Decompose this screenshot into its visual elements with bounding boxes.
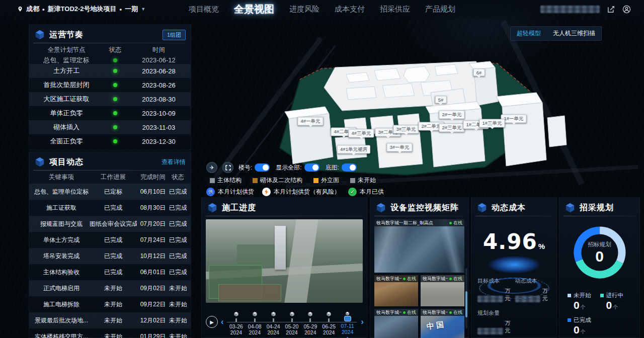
nav-tab[interactable]: 成本支付 (335, 5, 365, 14)
legend-label: 未开始 (574, 292, 591, 299)
camera-main[interactable]: 牧马数字城一期二标_制高点 在线 (374, 219, 464, 273)
key-item: 施工证获取 (33, 204, 90, 212)
fullscreen-icon[interactable] (222, 162, 233, 173)
table-row[interactable]: 正式电梯启用 未开始 09月02日 未开始 (29, 280, 191, 296)
panel-title: 运营节奏 (49, 30, 84, 40)
map-toggle: 楼号: (238, 163, 270, 172)
procurement-panel: 招采规划 招标规划 0 未开始 0个 进行中 (559, 197, 640, 338)
plan-date: 2023-11-03 (131, 124, 187, 131)
nav-tab[interactable]: 项目概览 (189, 5, 219, 14)
building-label[interactable]: 5# (435, 96, 447, 104)
drone-scan-button[interactable]: 无人机三维扫描 (547, 27, 601, 40)
legend-swatch (568, 318, 571, 322)
building-label[interactable]: 4#三单元 (348, 129, 374, 138)
camera-grid: 牧马数字城一... 在线 牧马数字城一... 在线 牧马数字城一... (374, 275, 464, 338)
finish-date: 01月29日 (137, 332, 169, 338)
group-badge[interactable]: 1组团 (163, 30, 186, 40)
camera-thumbnail[interactable]: 牧马数字城一... 在线 中国 (421, 309, 464, 338)
timeline-stop[interactable]: 05-292024 ▲ (301, 307, 319, 338)
panel-title: 项目动态 (49, 157, 84, 167)
project-selector[interactable]: 成都 • 新津TOD2-2号地块项目 • 一期 ▼ (17, 5, 145, 14)
building-label[interactable]: 6# (473, 69, 485, 76)
table-row[interactable]: 报规蓝图与交底 图纸会审会议完成 07月20日 已完成 (29, 216, 191, 232)
table-row[interactable]: 施工证获取 已完成 08月30日 已完成 (29, 200, 191, 216)
toggle-switch[interactable] (342, 163, 357, 172)
status-dot-green (113, 125, 117, 129)
edit-icon[interactable] (607, 5, 615, 14)
timeline-stop[interactable]: 05-202024 ▲ (283, 307, 301, 338)
top-bar: 成都 • 新津TOD2-2号地块项目 • 一期 ▼ 项目概览全景视图进度风险成本… (0, 0, 644, 18)
timeline-stop[interactable]: 04-082024 ▲ (246, 307, 264, 338)
building-label[interactable]: 4#一单元 (297, 117, 323, 126)
scrollbar-thumb[interactable] (465, 291, 467, 317)
user-icon[interactable] (622, 5, 631, 14)
procurement-legend-item: 未开始 0个 (568, 292, 600, 311)
table-row[interactable]: 总包、监理单位定标 已定标 06月10日 已完成 (29, 184, 191, 200)
table-row[interactable]: 景观最后批次场地... 未开始 12月02日 未开始 (29, 312, 191, 328)
fly-mode-icon[interactable]: ✈ (206, 162, 217, 173)
table-row[interactable]: 首批次垫层封闭 2023-08-26 (29, 78, 191, 92)
finish-date: 06月01日 (137, 268, 169, 277)
camera-thumbnail[interactable]: 牧马数字城一... 在线 (374, 275, 418, 306)
timeline-stop[interactable]: 03-262024 ▲ (227, 307, 246, 338)
view-details-link[interactable]: 查看详情 (162, 158, 186, 166)
timeline-stop[interactable]: 04-242024 ▲ (264, 307, 283, 338)
table-row[interactable]: 总包、监理定标 2023-06-12 (29, 56, 191, 64)
timeline-date: 05-202024 (285, 323, 299, 335)
progress-aerial-video[interactable] (206, 219, 363, 303)
table-row[interactable]: 实体楼栋移交甲方... 未开始 01月29日 未开始 (29, 328, 191, 338)
status-dot-green (113, 58, 117, 62)
table-row[interactable]: 施工电梯拆除 未开始 09月22日 未开始 (29, 296, 191, 312)
status-dot-green (113, 83, 117, 87)
timeline-next-icon[interactable]: › (361, 317, 364, 327)
play-button[interactable]: ▶ (206, 316, 218, 328)
building-label[interactable]: 1#三单元 (479, 119, 505, 128)
table-row[interactable]: 砌体插入 2023-11-03 (29, 120, 191, 134)
camera-name: 牧马数字城一... (423, 309, 448, 316)
timeline-stop[interactable]: 06-252024 ▲ (319, 307, 338, 338)
timeline-date: 06-252024 (322, 323, 336, 335)
nav-tab[interactable]: 进度风险 (289, 5, 319, 14)
site-3d-view[interactable]: 6#5#2#一单元1#一单元4#一单元4#二单元4#三单元3#二单元3#三单元2… (195, 18, 644, 197)
building-label[interactable]: 2#一单元 (439, 111, 464, 119)
building-label[interactable]: 2#三单元 (439, 124, 464, 132)
procurement-donut-chart[interactable]: 招标规划 0 (571, 223, 629, 282)
timeline-tick (291, 318, 293, 322)
timeline-prev-icon[interactable]: ‹ (221, 317, 224, 327)
building-label[interactable]: 3#一单元 (386, 143, 412, 152)
table-row[interactable]: 单体土方完成 已完成 07月24日 已完成 (29, 232, 191, 248)
brand-sep: • (42, 6, 45, 13)
toggle-switch[interactable] (255, 163, 270, 172)
plan-node: 单体正负零 (33, 109, 100, 118)
building-label[interactable]: 3#三单元 (393, 125, 419, 134)
table-row[interactable]: 大区施工证获取 2023-08-30 (29, 92, 191, 106)
nav-tab[interactable]: 全景视图 (234, 3, 274, 16)
table-row[interactable]: 全面正负零 2023-12-30 (29, 134, 191, 148)
toggle-label: 显示全部: (276, 163, 301, 172)
supply-legend-item: ✓ 本月已供 (348, 188, 384, 196)
work-progress: 已定标 (90, 188, 137, 196)
dynamic-cost-panel: 动态成本 4.96% 目标成本 万元 动态成本 万元 (471, 197, 557, 338)
table-row[interactable]: 塔吊安装完成 已完成 10月12日 已完成 (29, 248, 191, 264)
table-row[interactable]: 土方开工 2023-06-28 (29, 64, 191, 78)
milestone-cube-icon (252, 311, 258, 317)
timeline-stop[interactable]: 07-112024 ▲ (338, 307, 357, 338)
work-progress: 未开始 (90, 332, 137, 338)
light-model-button[interactable]: 超轻模型 (511, 27, 547, 40)
timeline-date: 07-112024 (341, 323, 354, 335)
camera-name: 牧马数字城一期二标_制高点 (376, 220, 448, 226)
camera-thumbnail[interactable]: 牧马数字城一... 在线 (421, 275, 464, 306)
donut-center-value: 0 (595, 249, 604, 264)
nav-tab[interactable]: 产品规划 (425, 5, 455, 14)
table-row[interactable]: 主体结构验收 已完成 06月01日 已完成 (29, 264, 191, 280)
table-row[interactable]: 单体正负零 2023-10-09 (29, 106, 191, 120)
building-label[interactable]: 4#1单元裙房 (337, 145, 370, 154)
online-dot (449, 278, 452, 280)
toggle-switch[interactable] (304, 163, 319, 172)
finish-date: 12月02日 (137, 316, 169, 325)
camera-thumbnail[interactable]: 牧马数字城一... 在线 (374, 309, 418, 338)
plan-date: 2023-06-12 (131, 56, 187, 64)
nav-tab[interactable]: 招采供应 (380, 5, 410, 14)
user-name-redacted (540, 6, 600, 13)
work-progress: 图纸会审会议完成 (90, 220, 137, 228)
